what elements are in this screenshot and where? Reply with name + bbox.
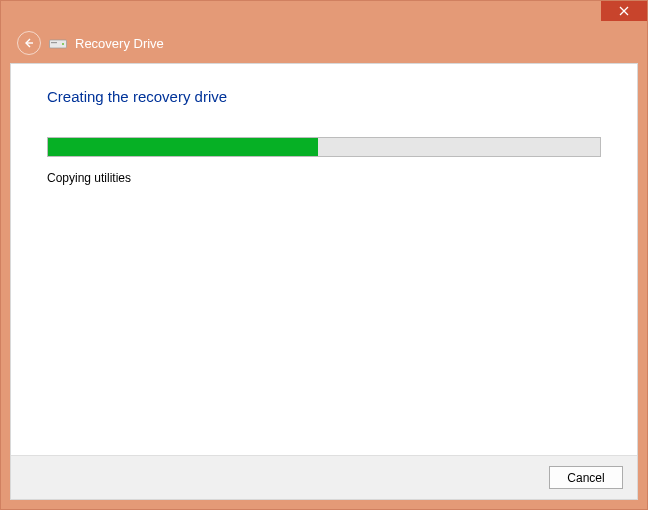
svg-rect-4 (51, 42, 57, 43)
page-title: Creating the recovery drive (47, 88, 601, 105)
footer: Cancel (11, 455, 637, 499)
progress-bar (47, 137, 601, 157)
arrow-left-icon (23, 37, 35, 49)
close-icon (619, 6, 629, 16)
titlebar (1, 1, 647, 23)
back-button[interactable] (17, 31, 41, 55)
drive-icon (49, 36, 67, 50)
header: Recovery Drive (1, 23, 647, 63)
content-inner: Creating the recovery drive Copying util… (11, 64, 637, 209)
close-button[interactable] (601, 1, 647, 21)
content-area: Creating the recovery drive Copying util… (10, 63, 638, 500)
status-text: Copying utilities (47, 171, 601, 185)
window-title: Recovery Drive (75, 36, 164, 51)
cancel-button[interactable]: Cancel (549, 466, 623, 489)
svg-point-5 (62, 43, 64, 45)
progress-fill (48, 138, 318, 156)
window-frame: Recovery Drive Creating the recovery dri… (0, 0, 648, 510)
